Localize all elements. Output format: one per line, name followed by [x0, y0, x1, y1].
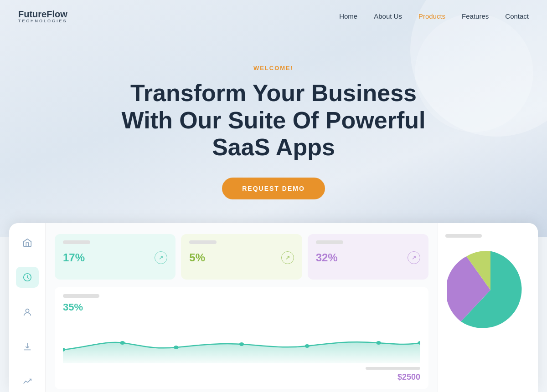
chart-dot-5 — [305, 344, 310, 348]
chart-dot-4 — [239, 342, 244, 346]
sidebar-item-home[interactable] — [16, 232, 39, 253]
svg-point-1 — [26, 309, 29, 312]
stat-1-arrow: ↗ — [155, 251, 167, 264]
line-chart-area: 35% — [55, 287, 428, 389]
stat-card-2-value: 5% ↗ — [189, 251, 294, 264]
logo-sub: TECHNOLOGIES — [18, 19, 67, 23]
header: FutureFlow TECHNOLOGIES Home About Us Pr… — [0, 0, 547, 32]
nav-home[interactable]: Home — [339, 12, 357, 20]
sidebar-item-download[interactable] — [16, 336, 39, 357]
stat-3-text: 32% — [316, 251, 338, 264]
chart-footer-bar — [366, 367, 420, 370]
nav: Home About Us Products Features Contact — [339, 12, 529, 20]
welcome-label: WELCOME! — [253, 65, 294, 71]
chart-percent: 35% — [63, 301, 420, 313]
chart-icon — [22, 377, 32, 387]
user-icon — [22, 307, 32, 317]
stat-cards-row: 17% ↗ 5% ↗ 32% ↗ — [55, 234, 428, 280]
history-icon — [22, 272, 32, 282]
stat-card-2-label — [189, 240, 217, 244]
nav-products[interactable]: Products — [418, 12, 445, 20]
chart-dot-6 — [376, 341, 381, 345]
dashboard-preview: 17% ↗ 5% ↗ 32% ↗ 35% — [9, 223, 538, 392]
home-icon — [22, 238, 32, 248]
logo: FutureFlow TECHNOLOGIES — [18, 9, 67, 23]
stat-card-1: 17% ↗ — [55, 234, 175, 280]
hero-title: Transform Your Business With Our Suite O… — [109, 80, 438, 161]
stat-card-3-value: 32% ↗ — [316, 251, 420, 264]
pie-chart-svg — [447, 247, 534, 333]
stat-1-text: 17% — [63, 251, 85, 264]
hero-section: WELCOME! Transform Your Business With Ou… — [0, 0, 547, 237]
chart-label-placeholder — [63, 294, 99, 298]
stat-2-arrow: ↗ — [281, 251, 294, 264]
chart-dot-3 — [174, 346, 178, 349]
nav-about[interactable]: About Us — [374, 12, 402, 20]
chart-footer — [63, 367, 420, 370]
right-label-bar — [445, 234, 482, 238]
revenue-label: $2500 — [63, 372, 420, 382]
sidebar-item-chart[interactable] — [16, 371, 39, 392]
stat-3-arrow: ↗ — [408, 251, 420, 264]
sidebar-item-history[interactable] — [16, 267, 39, 288]
stat-card-3-label — [316, 240, 343, 244]
stat-card-3: 32% ↗ — [308, 234, 428, 280]
nav-contact[interactable]: Contact — [505, 12, 529, 20]
dashboard-sidebar — [9, 223, 46, 392]
cta-button[interactable]: REQUEST DEMO — [222, 178, 325, 199]
line-chart-svg — [63, 318, 420, 363]
logo-plain: Future — [18, 9, 46, 19]
chart-dot-2 — [120, 341, 124, 345]
stat-card-2: 5% ↗ — [181, 234, 302, 280]
logo-bold: Flow — [46, 9, 67, 19]
download-icon — [22, 342, 32, 352]
logo-name: FutureFlow — [18, 9, 67, 20]
stat-2-text: 5% — [189, 251, 205, 264]
stat-card-1-label — [63, 240, 90, 244]
sidebar-item-user[interactable] — [16, 301, 39, 322]
dashboard-right — [438, 223, 538, 392]
pie-chart-container — [447, 247, 529, 329]
nav-features[interactable]: Features — [462, 12, 489, 20]
line-chart-wrapper — [63, 318, 420, 363]
dashboard-main: 17% ↗ 5% ↗ 32% ↗ 35% — [46, 223, 438, 392]
stat-card-1-value: 17% ↗ — [63, 251, 167, 264]
